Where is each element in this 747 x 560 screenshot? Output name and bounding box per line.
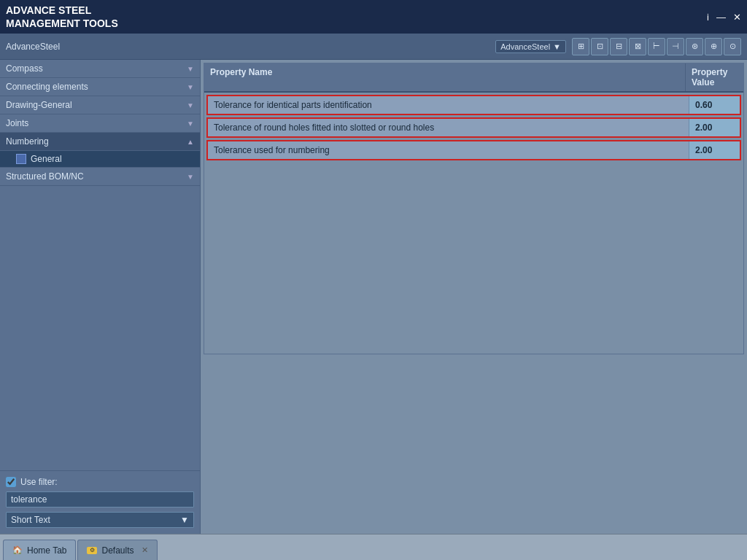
chevron-up-icon: ▲ — [187, 138, 194, 146]
dropdown-label: Short Text — [11, 515, 50, 525]
chevron-down-icon: ▼ — [187, 120, 194, 128]
toolbar-icon-9[interactable]: ⊙ — [724, 38, 741, 55]
filter-type-dropdown[interactable]: Short Text ▼ — [6, 512, 194, 528]
content-panel: Property Name Property Value Tolerance f… — [201, 60, 747, 534]
sidebar-item-drawing-general[interactable]: Drawing-General ▼ — [0, 96, 200, 114]
filter-input[interactable] — [6, 491, 194, 508]
main-area: Compass ▼ Connecting elements ▼ Drawing-… — [0, 60, 747, 534]
sidebar-item-label: Compass — [6, 63, 43, 74]
sidebar-item-structured-bom[interactable]: Structured BOM/NC ▼ — [0, 168, 200, 186]
sidebar-tree: Compass ▼ Connecting elements ▼ Drawing-… — [0, 60, 200, 470]
property-row-1[interactable]: Tolerance of round holes fitted into slo… — [206, 117, 741, 138]
sidebar-item-connecting-elements[interactable]: Connecting elements ▼ — [0, 78, 200, 96]
toolbar: AdvanceSteel AdvanceSteel ▼ ⊞ ⊡ ⊟ ⊠ ⊢ ⊣ … — [0, 34, 747, 60]
sidebar-item-general[interactable]: General — [0, 151, 200, 168]
property-name-0: Tolerance for identical parts identifica… — [208, 96, 689, 114]
chevron-down-icon: ▼ — [187, 65, 194, 73]
toolbar-icon-5[interactable]: ⊢ — [648, 38, 665, 55]
property-name-1: Tolerance of round holes fitted into slo… — [208, 119, 689, 136]
tab-defaults-label: Defaults — [101, 545, 133, 556]
chevron-down-icon: ▼ — [187, 83, 194, 91]
chevron-down-icon: ▼ — [180, 515, 189, 525]
filter-row: Use filter: — [6, 477, 194, 487]
header-property-value: Property Value — [685, 63, 743, 91]
tab-close-button[interactable]: ✕ — [142, 545, 148, 555]
header-property-name: Property Name — [204, 63, 685, 91]
tab-defaults[interactable]: ⚙ Defaults ✕ — [77, 540, 157, 560]
property-row-2[interactable]: Tolerance used for numbering 2.00 — [206, 140, 741, 160]
sidebar-item-label: General — [31, 154, 62, 164]
app-title: ADVANCE STEEL MANAGEMENT TOOLS — [6, 4, 118, 30]
sidebar-item-label: Drawing-General — [6, 100, 72, 110]
use-filter-checkbox[interactable] — [6, 477, 16, 487]
properties-table-header: Property Name Property Value — [204, 63, 743, 93]
tab-home[interactable]: 🏠 Home Tab — [3, 540, 76, 560]
toolbar-icon-7[interactable]: ⊛ — [686, 38, 703, 55]
toolbar-dropdown[interactable]: AdvanceSteel ▼ — [495, 40, 566, 53]
sidebar-item-label: Connecting elements — [6, 82, 88, 92]
property-name-2: Tolerance used for numbering — [208, 141, 689, 159]
title-bar-controls: i — ✕ — [707, 12, 741, 23]
toolbar-icon-8[interactable]: ⊕ — [705, 38, 722, 55]
dropdown-label: AdvanceSteel — [500, 42, 550, 51]
sidebar: Compass ▼ Connecting elements ▼ Drawing-… — [0, 60, 201, 534]
sidebar-bottom: Use filter: Short Text ▼ — [0, 470, 200, 534]
properties-panel: Property Name Property Value Tolerance f… — [204, 63, 744, 354]
toolbar-icons: ⊞ ⊡ ⊟ ⊠ ⊢ ⊣ ⊛ ⊕ ⊙ — [572, 38, 741, 55]
toolbar-icon-4[interactable]: ⊠ — [629, 38, 646, 55]
toolbar-icon-2[interactable]: ⊡ — [591, 38, 608, 55]
sidebar-item-joints[interactable]: Joints ▼ — [0, 114, 200, 133]
use-filter-label: Use filter: — [20, 477, 58, 487]
sidebar-item-label: Joints — [6, 118, 28, 128]
home-icon: 🏠 — [12, 545, 23, 555]
property-row-0[interactable]: Tolerance for identical parts identifica… — [206, 95, 741, 115]
sidebar-item-label: Numbering — [6, 136, 49, 147]
sidebar-item-numbering[interactable]: Numbering ▲ — [0, 133, 200, 151]
toolbar-icon-3[interactable]: ⊟ — [610, 38, 627, 55]
sidebar-item-label: Structured BOM/NC — [6, 171, 84, 182]
chevron-down-icon: ▼ — [187, 173, 194, 181]
toolbar-icon-6[interactable]: ⊣ — [667, 38, 684, 55]
title-line2: MANAGEMENT TOOLS — [6, 18, 118, 29]
property-value-0: 0.60 — [689, 96, 740, 114]
chevron-down-icon: ▼ — [187, 101, 194, 109]
title-line1: ADVANCE STEEL — [6, 4, 91, 16]
property-value-1: 2.00 — [689, 119, 740, 136]
minimize-button[interactable]: — — [716, 12, 726, 23]
tab-home-label: Home Tab — [27, 545, 66, 556]
close-button[interactable]: ✕ — [733, 12, 741, 23]
property-value-2: 2.00 — [689, 141, 740, 159]
sidebar-item-compass[interactable]: Compass ▼ — [0, 60, 200, 78]
toolbar-app-label: AdvanceSteel — [6, 42, 489, 52]
toolbar-icon-1[interactable]: ⊞ — [572, 38, 589, 55]
chevron-down-icon: ▼ — [553, 42, 561, 51]
bottom-tabs: 🏠 Home Tab ⚙ Defaults ✕ — [0, 534, 747, 560]
info-button[interactable]: i — [707, 12, 709, 23]
defaults-icon: ⚙ — [87, 547, 97, 554]
title-bar: ADVANCE STEEL MANAGEMENT TOOLS i — ✕ — [0, 0, 747, 34]
